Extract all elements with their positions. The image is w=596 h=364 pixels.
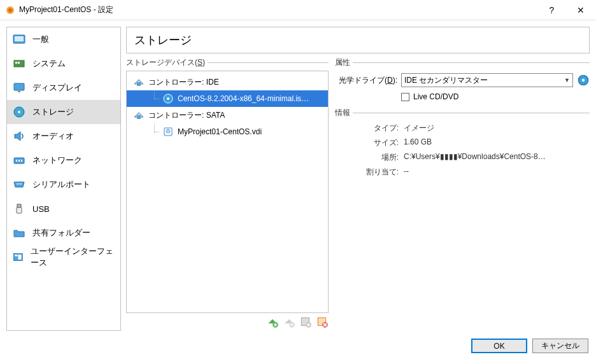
info-row: サイズ: 1.60 GB [335, 137, 590, 148]
sidebar-item-display[interactable]: ディスプレイ [7, 76, 120, 100]
svg-point-15 [17, 183, 18, 185]
sidebar-item-usb[interactable]: USB [7, 197, 120, 221]
close-button[interactable]: ✕ [566, 1, 595, 20]
app-icon [5, 5, 15, 15]
tree-connector [151, 123, 159, 140]
display-icon [12, 81, 26, 95]
tree-label: コントローラー: IDE [148, 77, 219, 88]
sidebar-item-label: ネットワーク [32, 155, 82, 166]
sidebar-item-label: ストレージ [32, 106, 74, 118]
info-row: 割り当て: -- [335, 167, 590, 178]
sidebar-item-storage[interactable]: ストレージ [7, 100, 120, 124]
settings-sidebar: 一般 システム ディスプレイ ストレージ オーディオ ネットワーク シリアルポー… [6, 27, 121, 331]
attrs-group-label: 属性 [335, 57, 590, 68]
titlebar: MyProject01-CentOS - 設定 ? ✕ [0, 0, 596, 20]
svg-point-10 [18, 111, 20, 113]
info-val-size: 1.60 GB [399, 137, 590, 148]
info-row: タイプ: イメージ [335, 123, 590, 134]
storage-tree: コントローラー: IDE CentOS-8.2.2004-x86_64-mini… [126, 71, 329, 313]
audio-icon [12, 129, 26, 143]
live-cd-checkbox[interactable] [401, 93, 409, 101]
tree-connector [151, 90, 159, 107]
ui-icon [12, 250, 24, 264]
svg-rect-14 [21, 160, 22, 162]
storage-icon [12, 105, 26, 119]
svg-rect-3 [15, 36, 24, 41]
svg-rect-26 [137, 115, 141, 119]
live-cd-label: Live CD/DVD [413, 92, 458, 101]
tree-toolbar [126, 313, 329, 331]
devices-group-label: ストレージデバイス(S) [126, 57, 329, 68]
svg-rect-5 [15, 62, 17, 64]
sidebar-item-network[interactable]: ネットワーク [7, 148, 120, 172]
controller-icon [133, 109, 145, 121]
help-button[interactable]: ? [537, 1, 566, 20]
svg-point-29 [167, 130, 169, 132]
optical-drive-label: 光学ドライブ(D): [335, 75, 397, 86]
info-group-label: 情報 [335, 108, 590, 118]
iso-disc[interactable]: CentOS-8.2.2004-x86_64-minimal.is… [127, 90, 328, 107]
sidebar-item-label: ディスプレイ [32, 82, 82, 94]
window-title: MyProject01-CentOS - 設定 [19, 4, 537, 15]
remove-attachment-button[interactable] [316, 316, 329, 328]
shared-folder-icon [12, 226, 26, 240]
sidebar-item-label: システム [32, 58, 66, 69]
harddisk-icon [162, 126, 174, 137]
info-row: 場所: C:¥Users¥▮▮▮▮¥Downloads¥CentOS-8… [335, 152, 590, 163]
svg-rect-13 [18, 160, 20, 162]
info-val-assign: -- [399, 167, 590, 178]
choose-disk-button[interactable] [577, 74, 590, 87]
svg-rect-23 [137, 82, 141, 86]
svg-point-37 [582, 79, 585, 81]
info-val-location: C:¥Users¥▮▮▮▮¥Downloads¥CentOS-8… [399, 152, 590, 163]
controller-sata[interactable]: コントローラー: SATA [127, 107, 328, 123]
add-attachment-button[interactable] [299, 316, 312, 328]
svg-rect-6 [18, 62, 20, 64]
sidebar-item-label: 一般 [32, 34, 49, 45]
serial-icon [12, 178, 26, 192]
close-icon: ✕ [577, 5, 585, 15]
info-key-size: サイズ: [335, 137, 399, 148]
select-value: IDE セカンダリマスター [404, 75, 488, 86]
controller-ide[interactable]: コントローラー: IDE [127, 74, 328, 90]
cancel-button[interactable]: キャンセル [532, 339, 588, 353]
sidebar-item-label: オーディオ [32, 130, 74, 142]
optical-drive-select[interactable]: IDE セカンダリマスター ▼ [401, 73, 573, 87]
sidebar-item-serial[interactable]: シリアルポート [7, 172, 120, 197]
sidebar-item-ui[interactable]: ユーザーインターフェース [7, 245, 120, 269]
ok-button[interactable]: OK [471, 339, 527, 353]
svg-rect-7 [14, 83, 24, 90]
add-controller-button[interactable] [266, 316, 279, 328]
svg-point-16 [18, 183, 20, 185]
tree-label: CentOS-8.2.2004-x86_64-minimal.is… [178, 94, 309, 103]
remove-controller-button[interactable] [283, 316, 295, 328]
tree-label: MyProject01-CentOS.vdi [178, 127, 262, 136]
sidebar-item-shared[interactable]: 共有フォルダー [7, 221, 120, 245]
svg-rect-22 [18, 255, 21, 260]
controller-icon [133, 76, 145, 88]
tree-label: コントローラー: SATA [148, 110, 225, 121]
sidebar-item-system[interactable]: システム [7, 52, 120, 76]
svg-rect-19 [17, 207, 22, 213]
svg-rect-8 [18, 91, 20, 92]
sidebar-item-audio[interactable]: オーディオ [7, 124, 120, 148]
svg-point-25 [167, 97, 169, 100]
svg-rect-21 [15, 255, 17, 256]
general-icon [12, 32, 26, 46]
help-icon: ? [550, 5, 555, 15]
sidebar-item-label: ユーザーインターフェース [31, 246, 115, 269]
network-icon [12, 153, 26, 167]
info-key-type: タイプ: [335, 123, 399, 134]
usb-icon [12, 202, 26, 216]
sidebar-item-label: シリアルポート [32, 179, 90, 190]
dialog-buttons: OK キャンセル [0, 337, 596, 358]
svg-point-1 [8, 8, 12, 12]
svg-rect-12 [16, 160, 17, 162]
vdi-disk[interactable]: MyProject01-CentOS.vdi [127, 123, 328, 140]
info-key-location: 場所: [335, 152, 399, 163]
disc-icon [162, 93, 174, 104]
svg-rect-18 [17, 204, 21, 207]
svg-point-17 [20, 183, 22, 185]
sidebar-item-label: 共有フォルダー [32, 227, 90, 239]
sidebar-item-general[interactable]: 一般 [7, 27, 120, 52]
